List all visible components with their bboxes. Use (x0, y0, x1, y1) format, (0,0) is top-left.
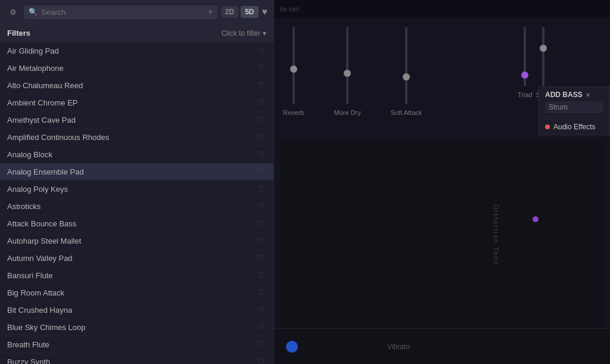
distortion-dot (533, 216, 539, 222)
preset-name: Analog Block (7, 150, 52, 159)
preset-favorite-button[interactable]: ♡ (257, 288, 265, 297)
preset-item[interactable]: Amplified Continuous Rhodes♡ (0, 129, 273, 146)
right-controls-area: Triad Sus4 ADD BASS × (518, 27, 601, 137)
reverb-slider-group: Reverb (283, 27, 304, 116)
preset-item[interactable]: Autoharp Steel Mallet♡ (0, 232, 273, 250)
preset-favorite-button[interactable]: ♡ (257, 236, 265, 245)
triad-slider-group: Triad (518, 27, 533, 98)
search-icon: 🔍 (29, 8, 38, 16)
vibrato-label: Vibrato (387, 343, 410, 351)
search-input[interactable] (41, 8, 205, 17)
preset-item[interactable]: Astroticks♡ (0, 198, 273, 215)
preset-item[interactable]: Analog Poly Keys♡ (0, 181, 273, 198)
preset-name: Attack Bounce Bass (7, 219, 76, 228)
preset-name: Ambient Chrome EP (7, 98, 78, 107)
distortion-tone-label: Distortion Tone (492, 204, 499, 266)
soft-attack-slider-thumb[interactable] (403, 73, 410, 80)
more-dry-slider-thumb[interactable] (344, 70, 351, 77)
app-container: ⚙ 🔍 × 2D 5D ♥ Filters Click to filter ▾ … (0, 0, 610, 364)
add-bass-header: ADD BASS × (545, 91, 603, 99)
preset-name: Bit Crushed Hayna (7, 306, 72, 315)
sliders-area: Reverb More Dry Soft Attack (283, 27, 518, 137)
preset-item[interactable]: Alto Chalumeau Reed♡ (0, 77, 273, 94)
preset-favorite-button[interactable]: ♡ (257, 201, 265, 211)
bottom-area: Vibrato (274, 328, 610, 364)
right-panel: by tool Reverb More Dry (274, 0, 610, 364)
preset-favorite-button[interactable]: ♡ (257, 46, 265, 55)
soft-attack-label: Soft Attack (391, 109, 422, 116)
gear-icon[interactable]: ⚙ (6, 5, 20, 19)
preset-item[interactable]: Amethyst Cave Pad♡ (0, 111, 273, 129)
preset-item[interactable]: Air Gliding Pad♡ (0, 42, 273, 60)
preset-item[interactable]: Breath Flute♡ (0, 336, 273, 353)
preset-favorite-button[interactable]: ♡ (257, 253, 265, 263)
preset-name: Big Room Attack (7, 288, 64, 297)
clear-search-button[interactable]: × (208, 8, 213, 16)
triad-label: Triad (518, 91, 533, 98)
preset-favorite-button[interactable]: ♡ (257, 132, 265, 142)
triad-slider-thumb[interactable] (521, 71, 528, 79)
preset-favorite-button[interactable]: ♡ (257, 80, 265, 90)
soft-attack-slider-track[interactable] (405, 27, 407, 104)
view-buttons: 2D 5D (221, 6, 259, 18)
vibrato-circle[interactable] (286, 341, 298, 353)
strum-label: Strum (545, 101, 603, 113)
preset-favorite-button[interactable]: ♡ (257, 167, 265, 176)
triad-slider-track[interactable] (524, 27, 526, 86)
preset-item[interactable]: Buzzy Synth♡ (0, 353, 273, 364)
top-controls-row: Reverb More Dry Soft Attack (274, 18, 610, 137)
preset-favorite-button[interactable]: ♡ (257, 184, 265, 194)
preset-favorite-button[interactable]: ♡ (257, 219, 265, 228)
preset-name: Blue Sky Chimes Loop (7, 323, 86, 332)
add-bass-close-button[interactable]: × (586, 91, 590, 98)
preset-name: Amplified Continuous Rhodes (7, 133, 109, 142)
2d-view-button[interactable]: 2D (221, 6, 238, 18)
preset-favorite-button[interactable]: ♡ (257, 270, 265, 280)
audio-effects-status-dot (545, 125, 550, 129)
filter-click-button[interactable]: Click to filter ▾ (222, 29, 266, 38)
search-bar: ⚙ 🔍 × 2D 5D ♥ (0, 0, 273, 24)
more-dry-slider-group: More Dry (334, 27, 360, 116)
favorites-filter-button[interactable]: ♥ (262, 7, 268, 17)
preset-name: Buzzy Synth (7, 357, 50, 365)
preset-name: Autoharp Steel Mallet (7, 237, 81, 245)
add-bass-label: ADD BASS (545, 91, 583, 99)
soft-attack-slider-group: Soft Attack (391, 27, 422, 116)
preset-item[interactable]: Attack Bounce Bass♡ (0, 215, 273, 232)
preset-item[interactable]: Analog Ensemble Pad♡ (0, 163, 273, 181)
preset-name: Air Gliding Pad (7, 46, 59, 55)
5d-view-button[interactable]: 5D (241, 6, 258, 18)
preset-favorite-button[interactable]: ♡ (257, 98, 265, 107)
preset-favorite-button[interactable]: ♡ (257, 322, 265, 332)
sus4-slider-thumb[interactable] (540, 45, 547, 52)
preset-list: Air Gliding Pad♡Air Metalophone♡Alto Cha… (0, 42, 273, 364)
add-bass-section: ADD BASS × Strum (539, 86, 610, 117)
preset-item[interactable]: Air Metalophone♡ (0, 60, 273, 77)
preset-item[interactable]: Blue Sky Chimes Loop♡ (0, 319, 273, 336)
preset-favorite-button[interactable]: ♡ (257, 357, 265, 364)
more-dry-slider-track[interactable] (346, 27, 348, 104)
preset-favorite-button[interactable]: ♡ (257, 63, 265, 73)
preset-favorite-button[interactable]: ♡ (257, 340, 265, 349)
reverb-slider-track[interactable] (292, 27, 295, 104)
reverb-label: Reverb (283, 109, 304, 116)
preset-item[interactable]: Big Room Attack♡ (0, 284, 273, 301)
preset-item[interactable]: Analog Block♡ (0, 146, 273, 163)
header-top-text: by tool (280, 5, 299, 13)
reverb-slider-thumb[interactable] (290, 66, 297, 73)
preset-favorite-button[interactable]: ♡ (257, 115, 265, 125)
preset-name: Air Metalophone (7, 64, 64, 73)
preset-item[interactable]: Autumn Valley Pad♡ (0, 250, 273, 267)
audio-effects-section: Audio Effects (539, 119, 610, 135)
preset-item[interactable]: Bansuri Flute♡ (0, 267, 273, 284)
filters-label: Filters (7, 29, 30, 38)
preset-name: Bansuri Flute (7, 271, 53, 280)
preset-item[interactable]: Ambient Chrome EP♡ (0, 94, 273, 111)
sus4-slider-track[interactable] (542, 27, 544, 86)
preset-favorite-button[interactable]: ♡ (257, 150, 265, 159)
preset-favorite-button[interactable]: ♡ (257, 305, 265, 315)
preset-name: Astroticks (7, 202, 41, 211)
preset-item[interactable]: Bit Crushed Hayna♡ (0, 301, 273, 319)
left-panel: ⚙ 🔍 × 2D 5D ♥ Filters Click to filter ▾ … (0, 0, 274, 364)
preset-name: Alto Chalumeau Reed (7, 81, 83, 90)
